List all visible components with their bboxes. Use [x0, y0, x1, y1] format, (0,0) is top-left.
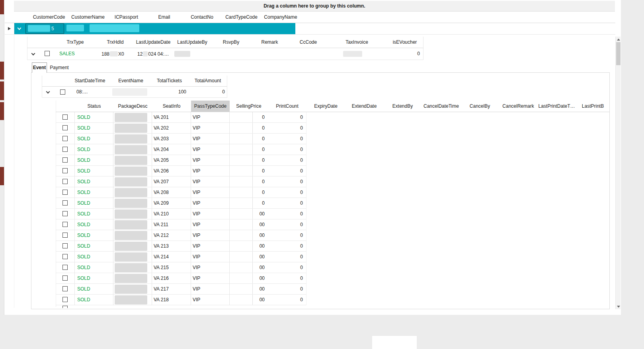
- package-desc-cell[interactable]: [113, 112, 152, 123]
- column-header-taxinvoice[interactable]: TaxInvoice: [327, 37, 386, 48]
- ticket-row[interactable]: SOLD VA 204 VIP 0 0: [56, 144, 610, 155]
- seat-info-cell[interactable]: VA 216: [152, 273, 191, 284]
- pass-type-cell[interactable]: VIP: [191, 252, 230, 262]
- row-select-cell[interactable]: [56, 187, 75, 198]
- ticket-row[interactable]: SOLD VA 214 VIP 00 0: [56, 252, 610, 262]
- status-cell[interactable]: SOLD: [75, 155, 113, 166]
- ticket-row[interactable]: SOLD VA 203 VIP 0 0: [56, 134, 610, 144]
- print-count-cell[interactable]: 0: [268, 123, 306, 134]
- pass-type-cell[interactable]: VIP: [191, 295, 230, 305]
- ticket-row[interactable]: SOLD VA 209 VIP 0 0: [56, 198, 610, 209]
- print-count-cell[interactable]: 0: [268, 155, 306, 166]
- ticket-row[interactable]: SOLD VA 217 VIP 00 0: [56, 284, 610, 295]
- status-cell[interactable]: SOLD: [75, 144, 113, 155]
- print-count-cell[interactable]: 0: [268, 166, 306, 176]
- column-header-expirydate[interactable]: ExpiryDate: [306, 101, 345, 112]
- row-select-cell[interactable]: [56, 166, 75, 176]
- ticket-row-checkbox[interactable]: [62, 136, 68, 141]
- column-header-status[interactable]: Status: [75, 101, 113, 112]
- column-header-cardtypecode[interactable]: CardTypeCode: [221, 12, 262, 23]
- ticket-row[interactable]: SOLD VA 212 VIP 00 0: [56, 230, 610, 241]
- seat-info-cell[interactable]: VA 211: [152, 219, 191, 230]
- row-select-cell[interactable]: [56, 262, 75, 273]
- package-desc-cell[interactable]: [113, 134, 152, 144]
- selling-price-cell[interactable]: 00: [230, 295, 268, 305]
- print-count-cell[interactable]: 0: [268, 112, 306, 123]
- ticket-row-checkbox[interactable]: [62, 286, 68, 291]
- package-desc-cell[interactable]: [113, 166, 152, 176]
- ticket-row[interactable]: SOLD VA 201 VIP 0 0: [56, 112, 610, 123]
- column-header-cancelby[interactable]: CancelBy: [461, 101, 499, 112]
- print-count-cell[interactable]: 0: [268, 284, 306, 295]
- package-desc-cell[interactable]: [113, 187, 152, 198]
- seat-info-cell[interactable]: VA 205: [152, 155, 191, 166]
- seat-info-cell[interactable]: VA 215: [152, 262, 191, 273]
- print-count-cell[interactable]: 0: [268, 209, 306, 219]
- ticket-row[interactable]: SOLD VA 207 VIP 0 0: [56, 176, 610, 187]
- row-select-cell[interactable]: [56, 241, 75, 252]
- ticket-row-checkbox[interactable]: [62, 243, 68, 248]
- row-select-cell[interactable]: [56, 155, 75, 166]
- status-cell[interactable]: SOLD: [75, 176, 113, 187]
- column-header-select[interactable]: [56, 101, 75, 112]
- scroll-up-button[interactable]: [616, 37, 621, 42]
- seat-info-cell[interactable]: VA 202: [152, 123, 191, 134]
- row-select-cell[interactable]: [56, 284, 75, 295]
- selling-price-cell[interactable]: 00: [230, 284, 268, 295]
- pass-type-cell[interactable]: VIP: [191, 176, 230, 187]
- column-header-cccode[interactable]: CcCode: [289, 37, 327, 48]
- package-desc-cell[interactable]: [113, 262, 152, 273]
- status-cell[interactable]: SOLD: [75, 262, 113, 273]
- column-header-customername[interactable]: CustomerName: [68, 12, 107, 23]
- status-cell[interactable]: SOLD: [75, 219, 113, 230]
- pass-type-cell[interactable]: VIP: [191, 187, 230, 198]
- row-select-cell[interactable]: [56, 295, 75, 305]
- column-header-extenddate[interactable]: ExtendDate: [345, 101, 383, 112]
- ticket-row-checkbox[interactable]: [62, 222, 68, 227]
- selling-price-cell[interactable]: 00: [230, 219, 268, 230]
- column-header-lastupdateby[interactable]: LastUpdateBy: [172, 37, 212, 48]
- status-cell[interactable]: SOLD: [75, 295, 113, 305]
- print-count-cell[interactable]: 0: [268, 187, 306, 198]
- selling-price-cell[interactable]: 0: [230, 144, 268, 155]
- column-header-lastprintby[interactable]: LastPrintB: [576, 101, 610, 112]
- ticket-row-checkbox[interactable]: [62, 254, 68, 259]
- pass-type-cell[interactable]: VIP: [191, 241, 230, 252]
- pass-type-cell[interactable]: VIP: [191, 166, 230, 176]
- selling-price-cell[interactable]: 00: [230, 273, 268, 284]
- ticket-row[interactable]: SOLD VA 215 VIP 00 0: [56, 262, 610, 273]
- status-cell[interactable]: SOLD: [75, 252, 113, 262]
- package-desc-cell[interactable]: [113, 155, 152, 166]
- ticket-row[interactable]: SOLD VA 213 VIP 00 0: [56, 241, 610, 252]
- ticket-row-checkbox[interactable]: [62, 168, 68, 173]
- column-header-sellingprice[interactable]: SellingPrice: [230, 101, 268, 112]
- ticket-row-checkbox[interactable]: [62, 200, 68, 206]
- column-header-lastupdatedate[interactable]: LastUpdateDate: [134, 37, 172, 48]
- ticket-row[interactable]: SOLD VA 208 VIP 0 0: [56, 187, 610, 198]
- column-header-packagedesc[interactable]: PackageDesc: [113, 101, 152, 112]
- pass-type-cell[interactable]: VIP: [191, 155, 230, 166]
- seat-info-cell[interactable]: VA 201: [152, 112, 191, 123]
- ticket-row-checkbox[interactable]: [62, 157, 68, 163]
- print-count-cell[interactable]: 0: [268, 134, 306, 144]
- column-header-eventname[interactable]: EventName: [111, 76, 150, 86]
- selling-price-cell[interactable]: 00: [230, 209, 268, 219]
- status-cell[interactable]: SOLD: [75, 112, 113, 123]
- seat-info-cell[interactable]: VA 218: [152, 295, 191, 305]
- print-count-cell[interactable]: 0: [268, 273, 306, 284]
- column-header-passtypecode[interactable]: PassTypeCode: [191, 101, 230, 112]
- status-cell[interactable]: SOLD: [75, 284, 113, 295]
- ticket-row-checkbox[interactable]: [62, 233, 68, 238]
- package-desc-cell[interactable]: [113, 176, 152, 187]
- ticket-row[interactable]: SOLD VA 206 VIP 0 0: [56, 166, 610, 176]
- status-cell[interactable]: SOLD: [75, 198, 113, 209]
- seat-info-cell[interactable]: VA 209: [152, 198, 191, 209]
- pass-type-cell[interactable]: VIP: [191, 198, 230, 209]
- column-header-icpassport[interactable]: ICPassport: [107, 12, 145, 23]
- pass-type-cell[interactable]: VIP: [191, 209, 230, 219]
- status-cell[interactable]: SOLD: [75, 273, 113, 284]
- ticket-row[interactable]: SOLD VA 210 VIP 00 0: [56, 209, 610, 219]
- pass-type-cell[interactable]: VIP: [191, 134, 230, 144]
- print-count-cell[interactable]: 0: [268, 198, 306, 209]
- row-select-cell[interactable]: [56, 252, 75, 262]
